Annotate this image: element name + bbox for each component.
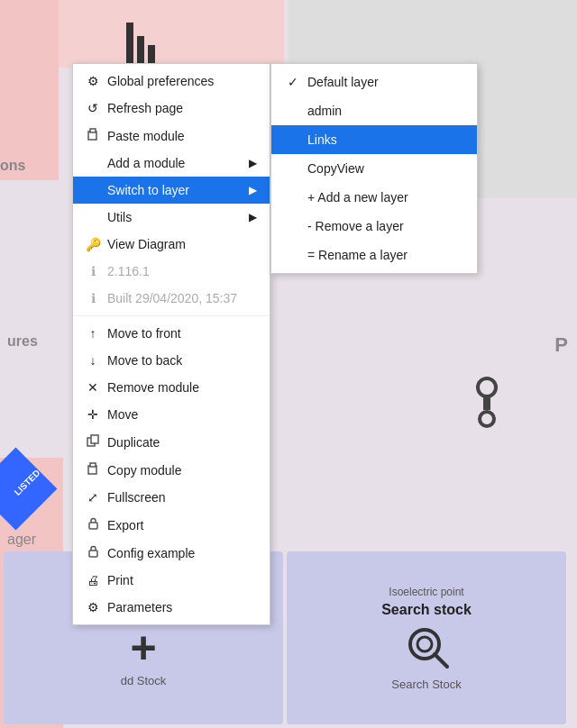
menu-label-global-preferences: Global preferences bbox=[107, 74, 257, 88]
menu-label-refresh-page: Refresh page bbox=[107, 101, 257, 115]
p-label: P bbox=[554, 333, 568, 357]
svg-rect-15 bbox=[89, 523, 97, 529]
menu-label-switch-to-layer: Switch to layer bbox=[107, 183, 242, 197]
search-stock-tile[interactable]: Isoelectric point Search stock Search St… bbox=[287, 551, 566, 724]
menu-item-fullscreen[interactable]: ⤢ Fullscreen bbox=[73, 484, 270, 511]
submenu-item-rename-layer[interactable]: = Rename a layer bbox=[271, 241, 477, 269]
submenu-label-add-new-layer: + Add a new layer bbox=[307, 190, 408, 205]
search-sublabel: Isoelectric point bbox=[389, 586, 463, 598]
menu-label-paste-module: Paste module bbox=[107, 129, 257, 143]
menu-item-duplicate[interactable]: Duplicate bbox=[73, 428, 270, 456]
menu-item-print[interactable]: 🖨 Print bbox=[73, 567, 270, 594]
menu-label-print: Print bbox=[107, 573, 257, 587]
submenu-item-copyview[interactable]: CopyView bbox=[271, 154, 477, 183]
svg-rect-14 bbox=[90, 463, 96, 467]
menu-label-parameters: Parameters bbox=[107, 600, 257, 614]
plus-icon: + bbox=[130, 625, 156, 670]
submenu-label-rename-layer: = Rename a layer bbox=[307, 248, 408, 262]
svg-point-3 bbox=[478, 378, 496, 396]
menu-item-move[interactable]: ✛ Move bbox=[73, 401, 270, 428]
submenu-item-remove-layer[interactable]: - Remove a layer bbox=[271, 212, 477, 241]
remove-icon: ✕ bbox=[86, 380, 100, 395]
ures-label: ures bbox=[7, 333, 38, 350]
menu-label-version: 2.116.1 bbox=[107, 264, 257, 278]
menu-label-fullscreen: Fullscreen bbox=[107, 490, 257, 505]
refresh-icon: ↺ bbox=[86, 101, 100, 115]
submenu-item-links[interactable]: Links bbox=[271, 125, 477, 154]
ager-label: ager bbox=[7, 532, 36, 548]
gear-icon: ⚙ bbox=[86, 74, 100, 88]
info-icon-version: ℹ bbox=[86, 264, 100, 278]
arrow-icon-add-module: ▶ bbox=[249, 157, 257, 169]
key-icon: 🔑 bbox=[86, 237, 100, 251]
menu-label-copy-module: Copy module bbox=[107, 463, 257, 478]
menu-item-version: ℹ 2.116.1 bbox=[73, 258, 270, 285]
search-footer: Search Stock bbox=[391, 678, 461, 691]
svg-rect-16 bbox=[89, 551, 97, 557]
menu-item-global-preferences[interactable]: ⚙ Global preferences bbox=[73, 68, 270, 95]
menu-item-add-module[interactable]: Add a module ▶ bbox=[73, 150, 270, 177]
submenu-switch-layer: ✓ Default layer admin Links CopyView + A… bbox=[270, 63, 478, 274]
submenu-label-remove-layer: - Remove a layer bbox=[307, 219, 404, 233]
bg-tile-top-left bbox=[0, 0, 59, 180]
menu-item-switch-to-layer[interactable]: Switch to layer ▶ bbox=[73, 177, 270, 204]
menu-divider-1 bbox=[73, 315, 270, 316]
move-front-icon: ↑ bbox=[86, 326, 100, 341]
menu-item-export[interactable]: Export bbox=[73, 511, 270, 539]
arrow-icon-utils: ▶ bbox=[249, 211, 257, 223]
search-stock-title: Search stock bbox=[381, 602, 472, 618]
svg-line-8 bbox=[435, 654, 447, 667]
menu-label-view-diagram: View Diagram bbox=[107, 237, 257, 251]
menu-item-utils[interactable]: Utils ▶ bbox=[73, 204, 270, 231]
submenu-label-admin: admin bbox=[307, 104, 342, 118]
menu-label-config-example: Config example bbox=[107, 546, 257, 560]
bg-tile-top-mid bbox=[59, 0, 284, 68]
svg-rect-0 bbox=[126, 23, 133, 68]
menu-item-copy-module[interactable]: Copy module bbox=[73, 456, 270, 484]
search-icon bbox=[402, 622, 452, 674]
menu-label-utils: Utils bbox=[107, 210, 242, 224]
submenu-item-default-layer[interactable]: ✓ Default layer bbox=[271, 68, 477, 96]
print-icon: 🖨 bbox=[86, 573, 100, 587]
submenu-label-default-layer: Default layer bbox=[307, 75, 379, 89]
menu-label-add-module: Add a module bbox=[107, 156, 242, 170]
checkmark-default: ✓ bbox=[286, 75, 300, 89]
menu-item-config-example[interactable]: Config example bbox=[73, 539, 270, 567]
submenu-item-add-new-layer[interactable]: + Add a new layer bbox=[271, 183, 477, 212]
duplicate-icon bbox=[86, 434, 100, 450]
menu-label-duplicate: Duplicate bbox=[107, 435, 257, 450]
menu-item-paste-module[interactable]: Paste module bbox=[73, 122, 270, 150]
menu-label-move-to-front: Move to front bbox=[107, 326, 257, 341]
export-lock-icon bbox=[86, 517, 100, 532]
context-menu: ⚙ Global preferences ↺ Refresh page Past… bbox=[72, 63, 270, 625]
submenu-label-copyview: CopyView bbox=[307, 161, 364, 176]
menu-item-move-to-front[interactable]: ↑ Move to front bbox=[73, 320, 270, 347]
move-icon: ✛ bbox=[86, 407, 100, 422]
menu-label-move-to-back: Move to back bbox=[107, 353, 257, 368]
submenu-item-admin[interactable]: admin bbox=[271, 96, 477, 125]
menu-label-export: Export bbox=[107, 518, 257, 532]
submenu-label-links: Links bbox=[307, 132, 337, 147]
svg-point-5 bbox=[480, 412, 494, 426]
copy-icon bbox=[86, 462, 100, 478]
menu-item-move-to-back[interactable]: ↓ Move to back bbox=[73, 347, 270, 374]
menu-label-build-date: Built 29/04/2020, 15:37 bbox=[107, 291, 257, 305]
menu-label-remove-module: Remove module bbox=[107, 380, 257, 395]
menu-item-view-diagram[interactable]: 🔑 View Diagram bbox=[73, 231, 270, 258]
svg-rect-10 bbox=[90, 129, 96, 132]
svg-rect-4 bbox=[483, 396, 490, 410]
ons-label: ons bbox=[0, 158, 25, 174]
menu-item-remove-module[interactable]: ✕ Remove module bbox=[73, 374, 270, 401]
menu-item-refresh-page[interactable]: ↺ Refresh page bbox=[73, 95, 270, 122]
menu-item-parameters[interactable]: ⚙ Parameters bbox=[73, 594, 270, 621]
add-stock-footer: dd Stock bbox=[121, 674, 167, 687]
menu-item-build-date: ℹ Built 29/04/2020, 15:37 bbox=[73, 285, 270, 312]
info-icon-build: ℹ bbox=[86, 291, 100, 305]
svg-point-7 bbox=[417, 637, 432, 651]
arrow-icon-switch-layer: ▶ bbox=[249, 184, 257, 196]
move-back-icon: ↓ bbox=[86, 353, 100, 368]
params-gear-icon: ⚙ bbox=[86, 600, 100, 614]
svg-rect-12 bbox=[91, 435, 98, 443]
config-lock-icon bbox=[86, 545, 100, 560]
fullscreen-icon: ⤢ bbox=[86, 490, 100, 505]
